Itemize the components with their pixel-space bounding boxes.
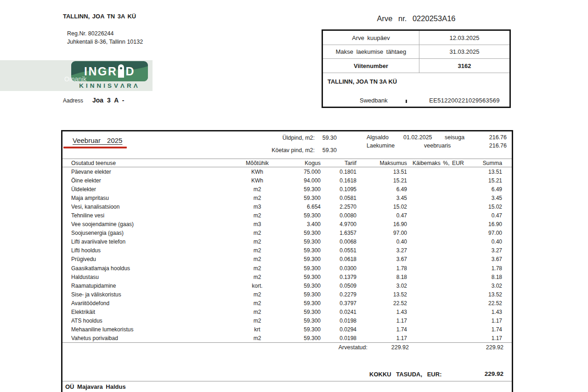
calculated-sum: 229.92 bbox=[467, 344, 503, 351]
service-qty: 59.300 bbox=[285, 318, 321, 324]
service-tariff: 1.6357 bbox=[321, 230, 356, 236]
service-name: Haldustasu bbox=[62, 274, 230, 280]
service-sum: 97.00 bbox=[469, 230, 502, 236]
service-name: Avariitöödefond bbox=[62, 300, 230, 307]
service-row: Gaasikatlamaja hooldus m2 59.300 0.0300 … bbox=[62, 264, 512, 273]
reference-number-row: Viitenumber 3162 bbox=[323, 59, 509, 73]
service-name: Elektrikäit bbox=[62, 309, 230, 315]
service-name: ATS hooldus bbox=[62, 318, 230, 324]
col-cost: Maksumus bbox=[356, 160, 407, 166]
service-cost: 15.21 bbox=[356, 177, 407, 184]
col-vat: Käibemaks %, EUR bbox=[407, 160, 469, 166]
service-qty: 59.300 bbox=[285, 300, 321, 307]
manager-name: OÜ Majavara Haldus bbox=[65, 383, 126, 390]
service-row: Sise- ja väliskoristus m2 59.300 0.2279 … bbox=[62, 290, 512, 299]
payment-period: veebruaris bbox=[424, 142, 451, 149]
service-qty: 75.000 bbox=[285, 169, 321, 175]
calculated-value: 229.92 bbox=[375, 344, 409, 351]
service-unit: m2 bbox=[230, 309, 285, 315]
total-due-value: 229.92 bbox=[462, 370, 503, 377]
service-tariff: 0.0080 bbox=[321, 212, 356, 219]
sender-reg-number: Reg.Nr. 80226244 bbox=[67, 30, 113, 37]
service-row: Prügivedu m2 59.300 0.0618 3.67 3.67 bbox=[62, 255, 512, 264]
service-row: ATS hooldus m2 59.300 0.0198 1.17 1.17 bbox=[62, 317, 512, 325]
service-unit: kort. bbox=[230, 283, 285, 289]
totals-divider bbox=[62, 342, 512, 343]
service-sum: 1.43 bbox=[469, 309, 502, 315]
payment-value: 216.76 bbox=[471, 142, 507, 149]
service-cost: 1.17 bbox=[356, 318, 407, 324]
service-row: Haldustasu m2 59.300 0.1379 8.18 8.18 bbox=[62, 273, 512, 281]
service-tariff: 0.3797 bbox=[321, 300, 356, 307]
service-unit: m2 bbox=[230, 318, 285, 324]
service-sum: 1.78 bbox=[469, 265, 502, 272]
col-service: Osutatud teenuse bbox=[62, 160, 230, 166]
service-name: Raamatupidamine bbox=[62, 283, 230, 289]
service-sum: 0.47 bbox=[469, 212, 502, 219]
tower-icon bbox=[118, 64, 124, 78]
service-name: Vee soojendamine (gaas) bbox=[62, 221, 230, 227]
tick-mark bbox=[406, 100, 407, 103]
period-label: Veebruar 2025 bbox=[73, 136, 122, 144]
col-unit: Mõõtühik bbox=[230, 160, 285, 166]
service-qty: 59.300 bbox=[285, 186, 321, 193]
opening-balance-date: 01.02.2025 bbox=[403, 134, 432, 141]
service-tariff: 0.0581 bbox=[321, 195, 356, 201]
service-cost: 1.17 bbox=[356, 335, 407, 341]
service-tariff: 4.9700 bbox=[321, 221, 356, 227]
service-qty: 6.654 bbox=[285, 204, 321, 210]
service-cost: 97.00 bbox=[356, 230, 407, 236]
service-sum: 3.67 bbox=[469, 256, 502, 262]
opening-balance-value: 216.76 bbox=[471, 134, 507, 141]
service-sum: 3.27 bbox=[469, 247, 502, 254]
invoice-date-row: Arve kuupäev 12.03.2025 bbox=[323, 31, 509, 45]
service-row: Maja ampritasu m2 59.300 0.0581 3.45 3.4… bbox=[62, 193, 512, 202]
heated-area-label: Köetav pind, m2: bbox=[214, 147, 315, 153]
service-row: Lifti hooldus m2 59.300 0.0551 3.27 3.27 bbox=[62, 246, 512, 255]
property-address-row: AadressJoa 3 A - bbox=[63, 97, 124, 104]
statement-table: Veebruar 2025 Üldpind, m2: 59.30 Köetav … bbox=[61, 130, 513, 392]
service-cost: 0.40 bbox=[356, 239, 407, 245]
service-qty: 3.400 bbox=[285, 221, 321, 227]
service-sum: 3.45 bbox=[469, 195, 502, 201]
logo-text-right: D bbox=[125, 63, 135, 80]
service-name: Lifti avariivalve telefon bbox=[62, 239, 230, 245]
logo-text-left: INGR bbox=[84, 63, 118, 80]
service-cost: 13.51 bbox=[356, 169, 407, 175]
column-headers: Osutatud teenuse Mõõtühik Kogus Tariif M… bbox=[62, 159, 512, 167]
service-row: Öine elekter KWh 94.000 0.1618 15.21 15.… bbox=[62, 176, 512, 185]
reference-number-value: 3162 bbox=[419, 59, 509, 73]
payment-label: Laekumine bbox=[367, 142, 395, 149]
service-qty: 59.300 bbox=[285, 256, 321, 262]
bank-row: Swedbank EE512200221029563569 bbox=[323, 96, 509, 107]
service-unit: m2 bbox=[230, 335, 285, 341]
service-tariff: 0.0509 bbox=[321, 283, 356, 289]
col-sum: Summa bbox=[469, 160, 502, 166]
service-qty: 59.300 bbox=[285, 239, 321, 245]
service-sum: 16.90 bbox=[469, 221, 502, 227]
service-unit: m2 bbox=[230, 274, 285, 280]
service-tariff: 0.2279 bbox=[321, 291, 356, 298]
invoice-number: 0220253A16 bbox=[413, 14, 456, 23]
service-row: Päevane elekter KWh 75.000 0.1801 13.51 … bbox=[62, 167, 512, 176]
service-unit: m2 bbox=[230, 247, 285, 254]
service-unit: KWh bbox=[230, 177, 285, 184]
service-row: Tehniline vesi m2 59.300 0.0080 0.47 0.4… bbox=[62, 211, 512, 220]
service-tariff: 0.0198 bbox=[321, 318, 356, 324]
service-name: Gaasikatlamaja hooldus bbox=[62, 265, 230, 272]
bank-iban: EE512200221029563569 bbox=[419, 97, 509, 104]
service-row: Vesi, kanalisatsioon m3 6.654 2.2570 15.… bbox=[62, 202, 512, 211]
service-qty: 59.300 bbox=[285, 335, 321, 341]
service-qty: 59.300 bbox=[285, 291, 321, 298]
service-sum: 15.02 bbox=[469, 204, 502, 210]
service-qty: 59.300 bbox=[285, 212, 321, 219]
service-cost: 16.90 bbox=[356, 221, 407, 227]
logo-wordmark: INGR D bbox=[84, 63, 135, 80]
opening-balance-asof: seisuga bbox=[445, 134, 464, 141]
sender-name: TALLINN, JOA TN 3A KÜ bbox=[63, 13, 136, 20]
service-row: Avariitöödefond m2 59.300 0.3797 22.52 2… bbox=[62, 299, 512, 307]
period-underline bbox=[63, 147, 127, 148]
service-name: Sise- ja väliskoristus bbox=[62, 291, 230, 298]
service-tariff: 0.0241 bbox=[321, 309, 356, 315]
logo-subtitle: KINNISVΛRΛ bbox=[71, 82, 148, 89]
